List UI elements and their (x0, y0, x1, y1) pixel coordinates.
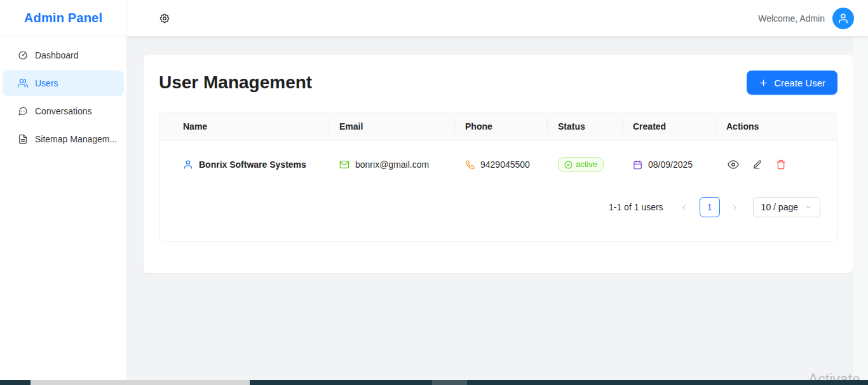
cell-created: 08/09/2025 (623, 141, 716, 189)
user-management-card: User Management Create User Name (144, 55, 853, 273)
sidebar-item-label: Sitemap Managem... (35, 134, 117, 144)
topbar-right: Welcome, Admin (758, 8, 854, 29)
users-table: Name Email Phone Status Created Actions (159, 112, 837, 188)
next-page-button[interactable] (726, 198, 745, 217)
cell-phone: 9429045500 (455, 141, 548, 189)
app-title: Admin Panel (0, 0, 126, 36)
column-label: Email (339, 121, 363, 132)
cell-status: active (548, 141, 623, 189)
topbar: Welcome, Admin (127, 0, 868, 36)
created-date: 08/09/2025 (648, 159, 693, 170)
previous-page-button[interactable] (675, 198, 694, 217)
sidebar-item-dashboard[interactable]: Dashboard (3, 43, 124, 68)
eye-icon (728, 159, 739, 170)
card-header: User Management Create User (159, 70, 837, 95)
mail-icon (339, 159, 349, 170)
sidebar-item-label: Users (35, 78, 58, 88)
column-label: Name (183, 121, 207, 132)
status-badge: active (558, 157, 604, 172)
status-text: active (576, 159, 597, 170)
table-row: Bonrix Software Systems bonrix@gmai (159, 141, 837, 189)
page-size-value: 10 / page (761, 202, 798, 212)
chevron-left-icon (680, 203, 688, 212)
sidebar-item-conversations[interactable]: Conversations (3, 98, 124, 124)
column-header-created: Created (623, 112, 716, 141)
check-circle-icon (564, 161, 573, 169)
edit-icon (752, 159, 763, 170)
team-icon (18, 78, 28, 88)
dashboard-icon (18, 50, 28, 60)
scrollbar-segment (432, 380, 467, 385)
column-label: Actions (726, 121, 759, 132)
cell-name: Bonrix Software Systems (159, 141, 329, 189)
horizontal-scrollbar-track[interactable] (0, 380, 868, 385)
edit-button[interactable] (751, 158, 764, 171)
user-avatar[interactable] (832, 8, 854, 29)
user-email: bonrix@gmail.com (355, 159, 429, 170)
column-label: Status (558, 121, 585, 132)
cell-actions (716, 141, 837, 189)
app-title-text: Admin Panel (24, 11, 102, 25)
user-name: Bonrix Software Systems (199, 159, 306, 170)
column-header-email: Email (329, 112, 455, 141)
column-label: Created (633, 121, 666, 132)
plus-icon (759, 78, 768, 88)
trash-icon (776, 159, 786, 170)
gear-icon (159, 13, 170, 24)
file-icon (18, 134, 28, 144)
column-header-phone: Phone (455, 112, 548, 141)
message-icon (18, 106, 28, 116)
user-phone: 9429045500 (480, 159, 530, 170)
avatar-user-icon (837, 13, 849, 24)
chevron-down-icon (804, 203, 812, 211)
page-number-button[interactable]: 1 (700, 197, 720, 217)
delete-button[interactable] (775, 158, 787, 171)
main-content: User Management Create User Name (127, 37, 868, 380)
vertical-scrollbar[interactable] (853, 37, 868, 380)
cell-email: bonrix@gmail.com (329, 141, 455, 189)
pagination-total: 1-1 of 1 users (609, 202, 663, 212)
sidebar-item-label: Dashboard (35, 50, 79, 60)
column-header-status: Status (548, 112, 623, 141)
column-header-name: Name (159, 112, 329, 141)
user-icon (183, 159, 193, 170)
phone-icon (465, 160, 475, 170)
welcome-text: Welcome, Admin (758, 13, 825, 24)
page-size-select[interactable]: 10 / page (753, 197, 820, 217)
settings-button[interactable] (158, 11, 172, 25)
sidebar-item-users[interactable]: Users (3, 71, 124, 96)
pagination: 1-1 of 1 users 1 (176, 197, 820, 217)
chevron-right-icon (731, 203, 739, 212)
sidebar: Admin Panel Dashboard Users (0, 0, 127, 380)
create-user-button[interactable]: Create User (747, 71, 837, 95)
sidebar-item-sitemap[interactable]: Sitemap Managem... (3, 126, 124, 152)
sidebar-item-label: Conversations (35, 106, 92, 116)
sidebar-menu: Dashboard Users Conversations (0, 36, 126, 152)
create-user-label: Create User (774, 78, 825, 88)
calendar-icon (633, 160, 642, 170)
users-table-container: Name Email Phone Status Created Actions (159, 112, 837, 242)
horizontal-scrollbar-thumb[interactable] (31, 380, 250, 385)
view-button[interactable] (726, 158, 740, 172)
column-header-actions: Actions (716, 112, 837, 141)
table-header-row: Name Email Phone Status Created Actions (159, 112, 837, 141)
column-label: Phone (465, 121, 492, 132)
page-title: User Management (159, 70, 312, 95)
